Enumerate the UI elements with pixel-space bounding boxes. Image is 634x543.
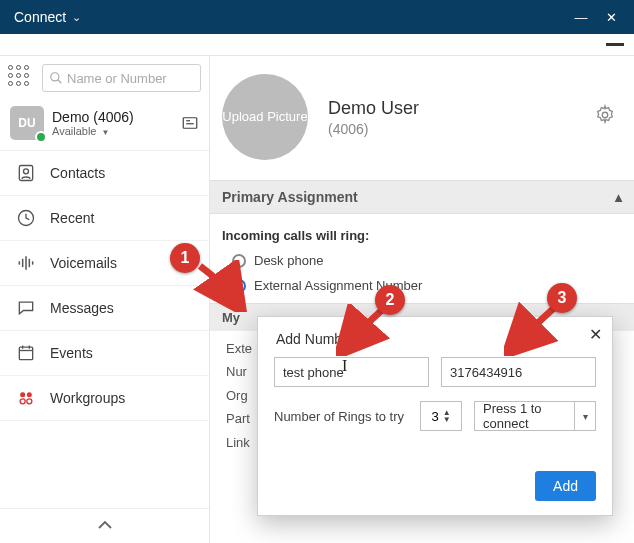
search-input[interactable]: Name or Number (42, 64, 201, 92)
app-menu-chevron-icon[interactable]: ⌄ (72, 11, 81, 24)
connect-mode-dropdown[interactable]: Press 1 to connect (474, 401, 575, 431)
settings-button[interactable] (594, 104, 616, 130)
upload-picture-button[interactable]: Upload Picture (222, 74, 308, 160)
svg-rect-2 (183, 118, 197, 129)
sub-bar (0, 34, 634, 56)
contacts-icon (16, 163, 36, 183)
search-placeholder: Name or Number (67, 71, 167, 86)
calendar-icon (16, 343, 36, 363)
sidebar-item-label: Voicemails (50, 255, 117, 271)
sidebar: Name or Number DU Demo (4006) Available … (0, 56, 210, 543)
sidebar-item-workgroups[interactable]: Workgroups (0, 376, 209, 421)
search-icon (49, 71, 63, 85)
number-input[interactable]: 3176434916 (441, 357, 596, 387)
svg-line-1 (58, 80, 62, 84)
annotation-badge-2: 2 (375, 285, 405, 315)
rings-label: Number of Rings to try (274, 409, 404, 424)
chevron-up-icon (96, 519, 114, 531)
sidebar-item-label: Recent (50, 210, 94, 226)
self-profile[interactable]: DU Demo (4006) Available ▼ (0, 100, 209, 151)
minimize-button[interactable]: — (566, 10, 596, 25)
dialpad-icon[interactable] (8, 65, 34, 91)
self-status[interactable]: Available ▼ (52, 125, 173, 137)
sidebar-item-label: Contacts (50, 165, 105, 181)
annotation-badge-1: 1 (170, 243, 200, 273)
workgroups-icon (16, 388, 36, 408)
annotation-arrow-1 (192, 260, 248, 312)
svg-rect-13 (19, 347, 32, 360)
messages-icon (16, 298, 36, 318)
rings-stepper[interactable]: 3 ▲▼ (420, 401, 462, 431)
add-button[interactable]: Add (535, 471, 596, 501)
contact-card-icon[interactable] (181, 114, 199, 132)
svg-point-26 (602, 112, 608, 118)
collapse-sidebar-button[interactable] (0, 508, 209, 543)
dropdown-caret-icon[interactable]: ▾ (574, 401, 596, 431)
close-window-button[interactable]: ✕ (596, 10, 626, 25)
gear-icon (594, 104, 616, 126)
primary-assignment-header[interactable]: Primary Assignment ▴ (210, 180, 634, 214)
status-dot-icon (35, 131, 47, 143)
sidebar-item-messages[interactable]: Messages (0, 286, 209, 331)
sidebar-item-events[interactable]: Events (0, 331, 209, 376)
collapse-pane-icon[interactable] (606, 43, 624, 46)
clock-icon (16, 208, 36, 228)
nav-list: Contacts Recent Voicemails Messages Even… (0, 151, 209, 421)
svg-point-0 (51, 73, 59, 81)
svg-point-6 (24, 169, 29, 174)
label-input[interactable]: test phone (274, 357, 429, 387)
user-extension: (4006) (328, 121, 419, 137)
title-bar: Connect ⌄ — ✕ (0, 0, 634, 34)
self-name: Demo (4006) (52, 109, 173, 125)
svg-point-22 (20, 399, 25, 404)
sidebar-item-label: Workgroups (50, 390, 125, 406)
user-name: Demo User (328, 98, 419, 119)
sidebar-item-recent[interactable]: Recent (0, 196, 209, 241)
app-title: Connect (8, 9, 66, 25)
radio-desk-phone[interactable]: Desk phone (232, 253, 616, 268)
incoming-calls-label: Incoming calls will ring: (222, 228, 616, 243)
voicemail-wave-icon (16, 253, 36, 273)
chevron-down-icon: ▼ (102, 128, 110, 137)
stepper-arrows-icon: ▲▼ (443, 409, 451, 423)
sidebar-item-contacts[interactable]: Contacts (0, 151, 209, 196)
sidebar-item-label: Messages (50, 300, 114, 316)
close-dialog-button[interactable]: ✕ (589, 325, 602, 344)
svg-point-21 (27, 392, 32, 397)
caret-up-icon: ▴ (615, 189, 622, 205)
annotation-badge-3: 3 (547, 283, 577, 313)
svg-point-23 (27, 399, 32, 404)
sidebar-item-label: Events (50, 345, 93, 361)
avatar: DU (10, 106, 44, 140)
text-cursor-icon: I (342, 357, 347, 375)
svg-rect-5 (19, 166, 32, 181)
